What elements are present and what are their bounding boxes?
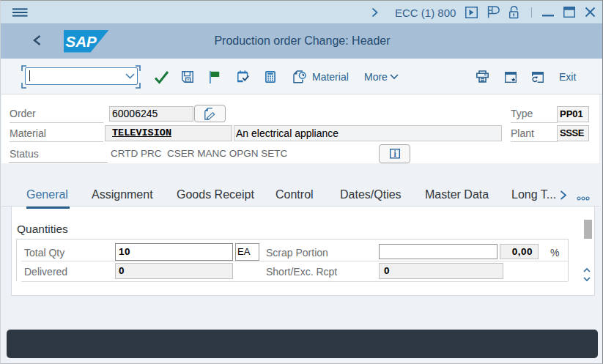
svg-text:i: i — [394, 149, 397, 158]
